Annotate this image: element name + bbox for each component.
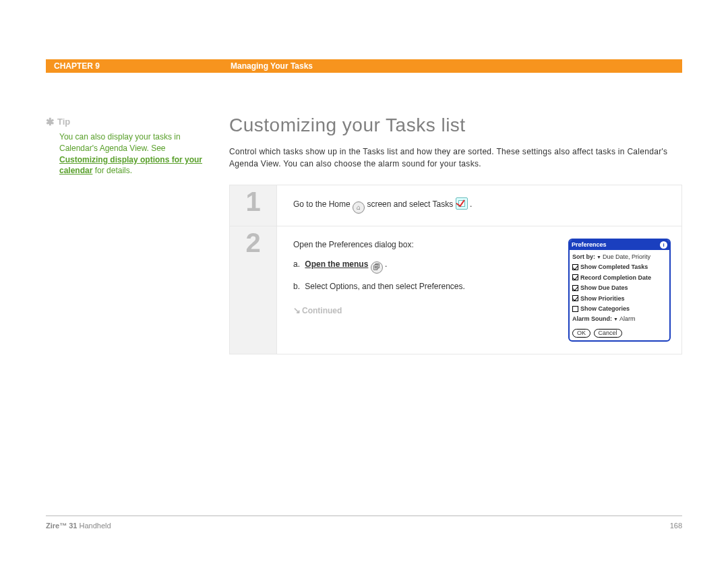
tip-text-1: You can also display your tasks in Calen… bbox=[59, 132, 181, 153]
sortby-value: Due Date, Priority bbox=[603, 252, 650, 261]
checkbox-icon[interactable] bbox=[572, 274, 578, 280]
step1-text-a: Go to the Home bbox=[293, 199, 353, 209]
info-icon[interactable]: i bbox=[660, 241, 667, 249]
cancel-button[interactable]: Cancel bbox=[594, 329, 622, 338]
step1-text-b: screen and select Tasks bbox=[367, 199, 455, 209]
sub-b-text: Select Options, and then select Preferen… bbox=[305, 282, 464, 291]
page-heading: Customizing your Tasks list bbox=[229, 115, 682, 136]
alarm-value: Alarm bbox=[619, 314, 636, 323]
step-row: 1 Go to the Home ⌂ screen and select Tas… bbox=[230, 185, 681, 226]
tip-label: Tip bbox=[57, 117, 70, 127]
chapter-number: CHAPTER 9 bbox=[46, 59, 231, 73]
prefs-check-row[interactable]: Show Due Dates bbox=[572, 283, 667, 292]
prefs-titlebar: Preferences i bbox=[570, 240, 669, 250]
prefs-alarm-row[interactable]: Alarm Sound: ▼ Alarm bbox=[572, 314, 667, 323]
check-label: Show Priorities bbox=[580, 294, 625, 303]
check-label: Record Completion Date bbox=[580, 273, 651, 282]
check-label: Show Completed Tasks bbox=[580, 262, 648, 272]
prefs-check-row[interactable]: Show Categories bbox=[572, 304, 667, 313]
continued-text: Continued bbox=[302, 306, 342, 315]
check-label: Show Categories bbox=[580, 304, 630, 313]
tip-text-2: for details. bbox=[92, 166, 132, 175]
steps-container: 1 Go to the Home ⌂ screen and select Tas… bbox=[229, 185, 682, 354]
step2-lead: Open the Preferences dialog box: bbox=[293, 239, 556, 251]
main-content: Customizing your Tasks list Control whic… bbox=[229, 115, 682, 354]
checkbox-icon[interactable] bbox=[572, 295, 578, 301]
product-bold: Zire™ 31 bbox=[46, 522, 77, 530]
prefs-sortby-row[interactable]: Sort by: ▼ Due Date, Priority bbox=[572, 252, 667, 261]
prefs-check-row[interactable]: Record Completion Date bbox=[572, 273, 667, 282]
prefs-check-row[interactable]: Show Priorities bbox=[572, 294, 667, 303]
dropdown-icon: ▼ bbox=[613, 315, 618, 323]
page-footer: Zire™ 31 Handheld 168 bbox=[46, 516, 682, 530]
product-name: Zire™ 31 Handheld bbox=[46, 522, 111, 530]
checkbox-icon[interactable] bbox=[572, 306, 578, 312]
preferences-dialog: Preferences i Sort by: ▼ Due Date, Prior… bbox=[568, 239, 671, 342]
step-body: Open the Preferences dialog box: a. Open… bbox=[277, 226, 681, 354]
asterisk-icon: ✱ bbox=[46, 116, 55, 127]
sub-a-suffix: . bbox=[383, 259, 388, 269]
prefs-check-row[interactable]: Show Completed Tasks bbox=[572, 262, 667, 272]
tip-sidebar: ✱Tip You can also display your tasks in … bbox=[46, 115, 229, 354]
chapter-title: Managing Your Tasks bbox=[231, 59, 682, 73]
step-number: 2 bbox=[230, 226, 277, 354]
step-body: Go to the Home ⌂ screen and select Tasks… bbox=[277, 185, 681, 226]
tasks-icon bbox=[456, 197, 468, 210]
ok-button[interactable]: OK bbox=[572, 329, 590, 338]
intro-paragraph: Control which tasks show up in the Tasks… bbox=[229, 146, 682, 170]
tip-heading: ✱Tip bbox=[46, 115, 209, 129]
continued-arrow-icon: ↘ bbox=[293, 305, 301, 315]
sortby-label: Sort by: bbox=[572, 252, 595, 261]
check-label: Show Due Dates bbox=[580, 283, 628, 292]
open-menus-link[interactable]: Open the menus bbox=[305, 259, 368, 269]
step2-sub-b: b. Select Options, and then select Prefe… bbox=[293, 280, 556, 293]
chapter-header: CHAPTER 9 Managing Your Tasks bbox=[46, 59, 682, 73]
sub-b-prefix: b. bbox=[293, 282, 300, 291]
step-number: 1 bbox=[230, 185, 277, 226]
page-number: 168 bbox=[670, 522, 682, 530]
continued-label: ↘Continued bbox=[293, 304, 556, 318]
checkbox-icon[interactable] bbox=[572, 285, 578, 291]
prefs-title-text: Preferences bbox=[572, 240, 607, 250]
product-rest: Handheld bbox=[77, 522, 111, 530]
dropdown-icon: ▼ bbox=[597, 253, 601, 261]
home-icon: ⌂ bbox=[353, 201, 365, 214]
checkbox-icon[interactable] bbox=[572, 264, 578, 270]
tip-body: You can also display your tasks in Calen… bbox=[46, 131, 209, 177]
alarm-label: Alarm Sound: bbox=[572, 314, 612, 323]
sub-a-prefix: a. bbox=[293, 259, 300, 269]
step-row: 2 Open the Preferences dialog box: a. Op… bbox=[230, 226, 681, 354]
step2-sub-a: a. Open the menus 🗐 . bbox=[293, 258, 556, 274]
menu-icon: 🗐 bbox=[371, 261, 383, 274]
step1-text-c: . bbox=[470, 199, 472, 209]
